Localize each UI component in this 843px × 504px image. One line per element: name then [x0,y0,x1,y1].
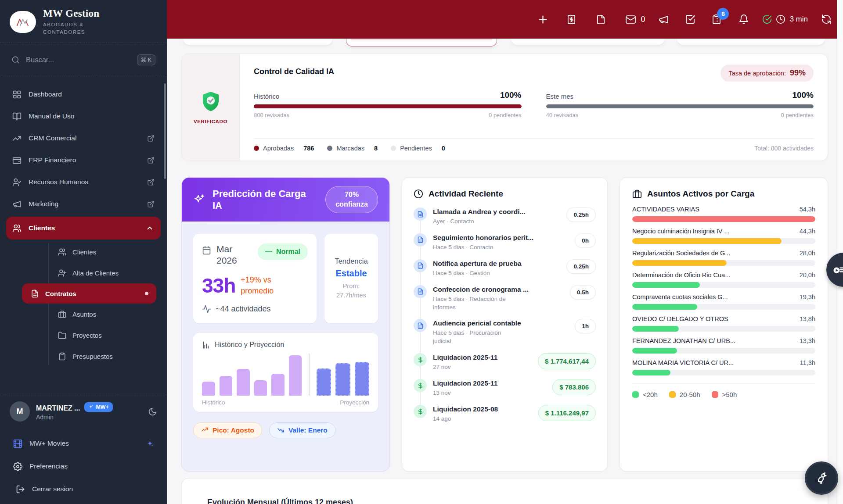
historic-bar [254,104,522,108]
refresh-button[interactable] [821,14,832,25]
hist-bar [271,374,285,396]
activity-item[interactable]: Liquidacion 2025-1127 nov $ 1.774.617,44 [414,353,596,372]
historic-progress: Histórico 100% 800 revisadas 0 pendiente… [254,90,522,118]
search-input[interactable]: Buscar... ⌘ K [0,43,167,77]
valley-badge: Valle: Enero [269,422,335,438]
tasks-button[interactable] [685,14,695,25]
external-link-icon [147,179,155,186]
mail-button[interactable] [625,14,636,25]
matter-row[interactable]: Regularización Sociedades de G...28,0h [632,250,815,266]
approval-rate-label: Tasa de aprobación: [728,70,786,77]
submenu-item-alta-clientes[interactable]: Alta de Clientes [0,262,167,283]
window-scrollbar[interactable] [837,0,843,504]
user-role: Admin [36,414,113,421]
sidebar-item-crm[interactable]: CRM Comercial [0,127,167,149]
plan-badge: MW+ [84,402,113,412]
matter-row[interactable]: Determinación de Oficio Rio Cua...20,0h [632,272,815,288]
submenu-item-label: Presupuestos [72,353,113,360]
sidebar-item-marketing[interactable]: Marketing [0,193,167,215]
announcements-button[interactable] [658,14,669,25]
activity-item[interactable]: Notifica apertura de pruebaHace 5 dias ·… [414,259,596,278]
matters-title: Asuntos Activos por Carga [647,189,754,199]
sidebar-item-label: CRM Comercial [29,134,76,142]
user-profile[interactable]: M MARTINEZ ...MW+ Admin [0,395,167,422]
matter-row[interactable]: MOLINA MARIA VICTORIA C/ UR...11,3h [632,359,815,375]
chart-title: Histórico y Proyección [215,341,284,349]
activity-item[interactable]: Confeccion de cronograma ...Hace 5 dias … [414,285,596,312]
sidebar-item-logout[interactable]: Cerrar sesion [0,478,167,500]
briefcase-icon [632,189,642,199]
add-button[interactable] [537,14,549,25]
submenu-item-clientes[interactable]: Clientes [0,241,167,262]
submenu-item-label: Proyectos [72,332,102,339]
legend-pendientes: Pendientes 0 [391,145,445,152]
check-square-icon [685,14,695,25]
dollar-icon [414,379,427,392]
submenu-item-presupuestos[interactable]: Presupuestos [0,346,167,367]
sidebar-item-rrhh[interactable]: Recursos Humanos [0,171,167,193]
avatar: M [10,401,30,422]
prediction-month: Mar 2026 [216,243,237,267]
sidebar-item-erp[interactable]: ERP Financiero [0,149,167,171]
matter-row[interactable]: ACTIVIDADES VARIAS54,3h [632,206,815,222]
activity-item[interactable]: Llamada a Andrea y coordi...Ayer · Conta… [414,207,596,226]
sidebar-footer: MW+ Movies Preferencias Cerrar sesion [0,432,167,500]
matter-row[interactable]: Negocio culminación Insignia IV ...44,3h [632,228,815,244]
clipboard-icon [58,352,66,361]
month-label: Este mes [546,93,574,100]
peak-badge: Pico: Agosto [193,422,262,438]
submenu-item-label: Clientes [72,248,96,256]
main-content: VERIFICADO Control de Calidad IA Tasa de… [167,0,843,504]
matter-row[interactable]: FERNANDEZ JONATHAN C/ URB...13,3h [632,337,815,354]
document-button[interactable] [596,14,606,25]
predicted-activities: ~44 actividades [202,304,308,314]
hist-bar [220,376,233,395]
sidebar-item-clientes[interactable]: Clientes [6,217,161,239]
hours-badge: 0.25h [566,207,596,222]
sidebar: MW Gestion ABOGADOS & CONTADORES Buscar.… [0,0,167,504]
activity-item[interactable]: Liquidacion 2025-1113 nov $ 783.806 [414,379,596,397]
month-progress: Este mes 100% 40 revisadas 0 pendientes [546,90,814,118]
clipboard-button[interactable]: 8 [711,14,722,25]
hours-badge: 0.5h [570,285,596,300]
trend-average: Prom: 27.7h/mes [329,282,374,300]
sidebar-item-preferencias[interactable]: Preferencias [0,455,167,478]
month-reviewed: 40 revisadas [546,112,579,118]
submenu-item-proyectos[interactable]: Proyectos [0,325,167,346]
sidebar-item-mw-movies[interactable]: MW+ Movies [0,432,167,455]
submenu-item-label: Contratos [45,290,76,297]
matter-row[interactable]: Compraventa cuotas sociales G...19,3h [632,293,815,310]
receipt-icon [566,14,576,25]
bar-chart-icon [202,341,210,349]
clock-icon [776,14,785,24]
sync-status: 3 min [762,14,808,24]
receipt-button[interactable] [566,14,576,25]
trend-value: Estable [329,268,374,279]
file-text-icon [414,233,427,247]
activity-item[interactable]: Liquidacion 2025-0814 ago $ 1.116.249,97 [414,405,596,423]
playlist-icon [832,263,843,276]
refresh-icon [821,14,832,25]
matter-row[interactable]: OVIEDO C/ DELGADO Y OTROS13,8h [632,315,815,332]
dark-mode-toggle-icon[interactable] [148,407,157,416]
users-icon [12,224,22,233]
sidebar-item-dashboard[interactable]: Dashboard [0,83,167,105]
sidebar-item-manual[interactable]: Manual de Uso [0,105,167,127]
forecast-bars [202,355,369,396]
activity-item[interactable]: Audiencia pericial contableHace 5 dias ·… [414,319,596,346]
book-open-icon [12,112,22,121]
file-text-icon [414,207,427,221]
sidebar-menu: Dashboard Manual de Uso CRM Comercial ER… [0,77,167,367]
sidebar-item-label: Dashboard [29,90,62,98]
notifications-button[interactable] [739,14,749,25]
sidebar-scrollbar[interactable] [164,83,166,179]
sidebar-item-label: Clientes [29,224,55,232]
assistant-fab[interactable] [805,461,838,495]
submenu-item-asuntos[interactable]: Asuntos [0,304,167,325]
activity-item[interactable]: Seguimiento honorarios perit...Hace 5 di… [414,233,596,252]
clientes-submenu: Clientes Alta de Clientes Contratos Asun… [0,241,167,367]
file-text-icon [414,285,427,298]
monthly-evolution-card: Evolución Mensual (Últimos 12 meses) [181,478,828,504]
kpi-card-partial [511,39,664,45]
submenu-item-contratos[interactable]: Contratos [22,283,156,304]
